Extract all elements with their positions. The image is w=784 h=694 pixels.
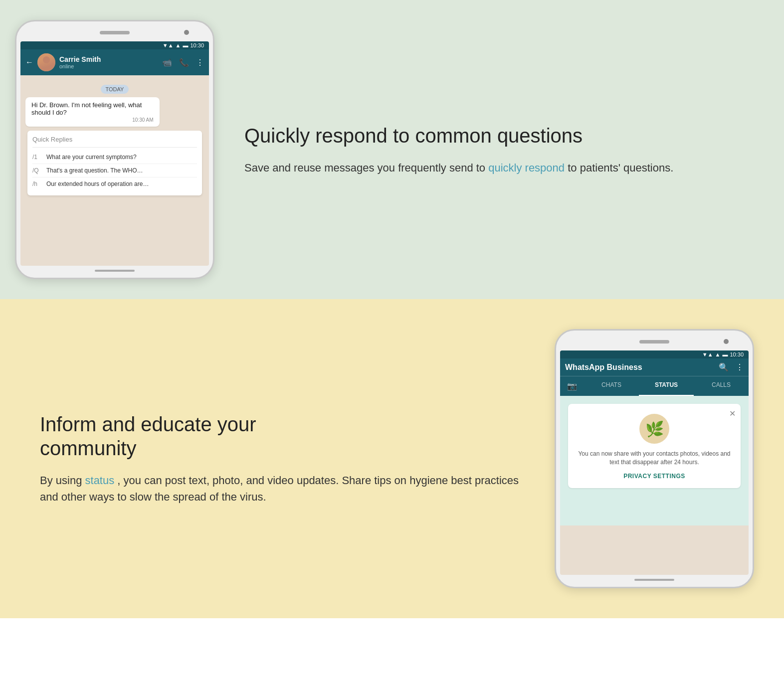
phone-speaker-2 — [639, 340, 669, 344]
quick-replies-title: Quick Replies — [32, 136, 197, 143]
message-text: Hi Dr. Brown. I'm not feeling well, what… — [31, 101, 154, 116]
phone-mockup-2: ▼▲ ▲ ▬ 10:30 WhatsApp Business 🔍 ⋮ 📷 CHA… — [555, 329, 754, 588]
section2-text: Inform and educate your community By usi… — [40, 402, 525, 515]
status-icon-container: 🌿 — [639, 414, 669, 444]
shortcut-1: /1 — [32, 154, 42, 161]
phone-screen-1: ▼▲ ▲ ▬ 10:30 ← Carrie Smith online 📹 📞 — [20, 41, 209, 266]
business-header: WhatsApp Business 🔍 ⋮ — [560, 358, 749, 376]
phone-camera — [184, 30, 189, 35]
quick-replies-panel: Quick Replies /1 What are your current s… — [27, 131, 202, 195]
section2-body: By using status , you can post text, pho… — [40, 472, 525, 505]
tab-status[interactable]: STATUS — [639, 376, 694, 396]
phone-bottom-bar-1 — [20, 270, 209, 272]
signal-icon: ▼▲ — [163, 42, 174, 48]
heading-line2: community — [40, 437, 136, 459]
status-icon-image: 🌿 — [645, 420, 664, 438]
body-prefix-2: By using — [40, 474, 82, 487]
section2-heading: Inform and educate your community — [40, 412, 525, 460]
shortcut-3: /h — [32, 180, 42, 187]
reply-text-3: Our extended hours of operation are… — [46, 180, 149, 187]
phone-bottom-bar-2 — [560, 579, 749, 581]
section-inform-educate: Inform and educate your community By usi… — [0, 299, 784, 618]
status-bar-1: ▼▲ ▲ ▬ 10:30 — [20, 41, 209, 49]
phone-top-bar-1 — [20, 27, 209, 37]
contact-avatar — [37, 53, 55, 71]
wifi-icon-2: ▲ — [715, 351, 721, 357]
message-time: 10:30 AM — [31, 117, 154, 123]
phone-top-bar-2 — [560, 337, 749, 347]
section1-body: Save and reuse messages you frequently s… — [244, 160, 754, 176]
app-title: WhatsApp Business — [565, 363, 715, 372]
phone-camera-2 — [724, 339, 729, 344]
phone-screen-2: ▼▲ ▲ ▬ 10:30 WhatsApp Business 🔍 ⋮ 📷 CHA… — [560, 350, 749, 575]
video-call-icon[interactable]: 📹 — [162, 58, 172, 67]
business-header-icons: 🔍 ⋮ — [719, 362, 744, 372]
signal-icon-2: ▼▲ — [702, 351, 713, 357]
avatar-image — [37, 53, 55, 71]
phone-mockup-1: ▼▲ ▲ ▬ 10:30 ← Carrie Smith online 📹 📞 — [15, 20, 214, 279]
close-button[interactable]: ✕ — [729, 409, 736, 418]
contact-info: Carrie Smith online — [59, 55, 158, 69]
home-bar-2 — [634, 579, 674, 581]
camera-tab[interactable]: 📷 — [560, 376, 584, 396]
section1-text: Quickly respond to common questions Save… — [244, 114, 754, 186]
app-tabs: 📷 CHATS STATUS CALLS — [560, 376, 749, 396]
phone-speaker — [100, 31, 130, 34]
battery-icon-2: ▬ — [722, 351, 728, 357]
reply-text-2: That's a great question. The WHO… — [46, 167, 143, 174]
quick-reply-item-1[interactable]: /1 What are your current symptoms? — [32, 151, 197, 164]
status-bar-2: ▼▲ ▲ ▬ 10:30 — [560, 350, 749, 358]
tab-chats[interactable]: CHATS — [584, 376, 639, 396]
quick-reply-item-2[interactable]: /Q That's a great question. The WHO… — [32, 164, 197, 177]
heading-line1: Inform and educate your — [40, 413, 256, 435]
home-bar — [95, 270, 135, 272]
status-content: ✕ 🌿 You can now share with your contacts… — [560, 396, 749, 525]
chat-body: TODAY Hi Dr. Brown. I'm not feeling well… — [20, 75, 209, 202]
status-link[interactable]: status — [85, 474, 115, 487]
tab-calls[interactable]: CALLS — [694, 376, 749, 396]
back-button[interactable]: ← — [25, 58, 33, 67]
status-card-text: You can now share with your contacts pho… — [576, 450, 733, 467]
more-options-icon-2[interactable]: ⋮ — [736, 362, 744, 372]
date-text: TODAY — [101, 85, 129, 94]
section1-heading: Quickly respond to common questions — [244, 124, 754, 148]
chat-header: ← Carrie Smith online 📹 📞 ⋮ — [20, 49, 209, 75]
time-display-2: 10:30 — [730, 351, 744, 357]
date-badge: TODAY — [25, 84, 204, 93]
section-quick-replies: ▼▲ ▲ ▬ 10:30 ← Carrie Smith online 📹 📞 — [0, 0, 784, 299]
status-icon-bg: 🌿 — [639, 414, 669, 444]
quickly-respond-link[interactable]: quickly respond — [488, 162, 565, 174]
wifi-icon: ▲ — [176, 42, 181, 48]
status-card: ✕ 🌿 You can now share with your contacts… — [568, 404, 741, 488]
privacy-settings-button[interactable]: PRIVACY SETTINGS — [623, 473, 685, 480]
battery-icon: ▬ — [183, 42, 188, 48]
quick-reply-item-3[interactable]: /h Our extended hours of operation are… — [32, 177, 197, 190]
search-icon[interactable]: 🔍 — [719, 362, 729, 372]
contact-status: online — [59, 63, 158, 69]
message-bubble: Hi Dr. Brown. I'm not feeling well, what… — [25, 97, 160, 127]
voice-call-icon[interactable]: 📞 — [179, 58, 189, 67]
time-display-1: 10:30 — [190, 42, 204, 48]
body-prefix-1: Save and reuse messages you frequently s… — [244, 162, 485, 174]
more-options-icon[interactable]: ⋮ — [196, 58, 204, 67]
contact-name: Carrie Smith — [59, 55, 158, 63]
body-suffix-1: to patients' questions. — [568, 162, 673, 174]
quick-replies-divider — [32, 147, 197, 148]
shortcut-2: /Q — [32, 167, 42, 174]
header-icons: 📹 📞 ⋮ — [162, 58, 204, 67]
reply-text-1: What are your current symptoms? — [46, 154, 137, 161]
